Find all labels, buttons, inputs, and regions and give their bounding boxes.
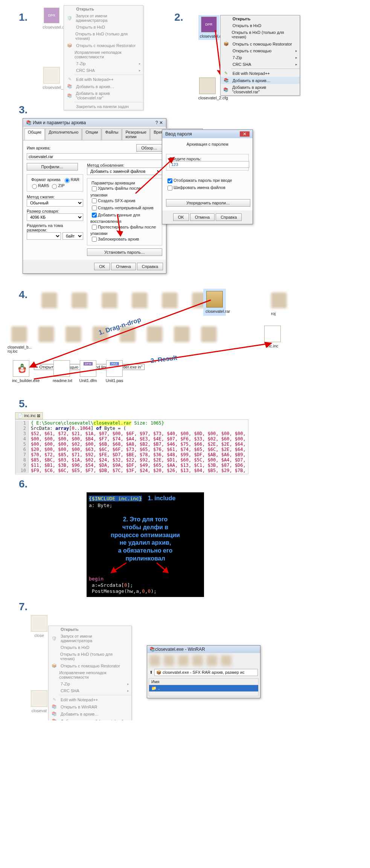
split-label: Разделить на тома размером: [27, 223, 83, 232]
pass-cancel[interactable]: Отмена [190, 213, 215, 221]
chk-show-pass[interactable]: Отображать пароль при вводе [166, 178, 232, 183]
organize-pass-button[interactable]: Упорядочить пароли… [166, 199, 250, 207]
file-close-7[interactable]: close [30, 615, 48, 638]
menu-addarchive[interactable]: 📚Добавить в архив… [64, 83, 143, 90]
m7-7zip[interactable]: 7-Zip▸ [49, 681, 131, 687]
menu-open[interactable]: Открыть [64, 6, 143, 12]
arch-ok[interactable]: OK [94, 263, 110, 270]
tab-files[interactable]: Файлы [102, 128, 122, 140]
menu2-crc[interactable]: CRC SHA▸ [221, 61, 300, 68]
help-icon[interactable]: ? ✕ [155, 120, 163, 125]
compression-label: Метод сжатия: [27, 195, 83, 199]
profiles-button[interactable]: Профили… [27, 163, 78, 171]
m7-winrar[interactable]: 📚Открыть в WinRAR [49, 703, 131, 710]
file-unit1-dfm[interactable]: DFMUnit1.dfm [79, 360, 97, 383]
m7-hxdro[interactable]: Открыть в HxD (только для чтения) [49, 651, 131, 662]
file-closevatel-2[interactable]: closevatel_ [43, 67, 61, 90]
tab-options[interactable]: Опции [82, 128, 101, 140]
menu2-npp[interactable]: ✎Edit with Notepad++ [221, 70, 300, 77]
tab-backup[interactable]: Резервные копии [122, 128, 150, 140]
compression-select[interactable]: Обычный [27, 199, 83, 207]
pass-header: Архивация с паролем [166, 142, 249, 146]
radio-zip[interactable]: ZIP [50, 183, 64, 188]
menu-7zip[interactable]: 7-Zip▸ [64, 60, 143, 67]
m7-addrar[interactable]: 📚Добавить в архив "closevatel.rar" [49, 717, 131, 720]
file-closevatel2cfg[interactable]: closevatel_2.cfg [198, 78, 216, 100]
menu2-addarchive[interactable]: 📚Добавить в архив… [221, 77, 300, 84]
arch-help[interactable]: Справка [137, 263, 163, 270]
file-closevat-7[interactable]: closevat [30, 690, 48, 713]
menu-restorator[interactable]: 📦Открыть с помощью Restorator [64, 42, 143, 49]
menu-npp[interactable]: ✎Edit with Notepad++ [64, 76, 143, 83]
archive-titlebar: 📚 Имя и параметры архива ? ✕ [23, 119, 166, 127]
step-7-label: 7. [19, 601, 362, 613]
m7-open[interactable]: Открыть [49, 626, 131, 633]
update-label: Метод обновления: [87, 163, 162, 168]
m7-crc[interactable]: CRC SHA▸ [49, 687, 131, 694]
chk-lock[interactable]: Заблокировать архив [90, 237, 139, 241]
context-menu-1: Открыть 🛡️Запуск от имени администратора… [64, 5, 143, 110]
m7-hxd[interactable]: Открыть в HxD [49, 644, 131, 651]
arch-cancel[interactable]: Отмена [111, 263, 136, 270]
code-tab[interactable]: 📄 inc.inc ⊠ [15, 412, 43, 419]
file-closevatel-rar[interactable]: closevatel.rar [203, 289, 226, 316]
file-inc-builder[interactable]: 🪆 inc_builder.exe [12, 360, 30, 383]
m7-runas[interactable]: 🛡️Запуск от имени администратора [49, 633, 131, 644]
m7-npp[interactable]: ✎Edit with Notepad++ [49, 696, 131, 703]
file-inc-inc[interactable]: inc.inc [263, 326, 282, 348]
up-icon[interactable]: ⬆ [149, 670, 153, 675]
params-legend: Параметры архивации [90, 181, 136, 185]
menu-crc[interactable]: CRC SHA▸ [64, 67, 143, 74]
menu-compat[interactable]: Исправление неполадок совместимости [64, 49, 143, 60]
step-4-label: 4. [19, 289, 27, 301]
radio-rar5[interactable]: RAR5 [30, 183, 49, 188]
menu2-addrar[interactable]: 📚Добавить в архив "closevatel.rar" [221, 84, 300, 95]
col-name[interactable]: Имя [149, 679, 258, 685]
row-up[interactable]: 📁 .. [149, 685, 258, 691]
update-select[interactable]: Добавить с заменой файлов [87, 168, 162, 175]
chk-sfx[interactable]: Создать SFX-архив [90, 198, 136, 203]
menu-runas[interactable]: 🛡️Запуск от имени администратора [64, 12, 143, 24]
menu-addrar[interactable]: 📚Добавить в архив "closevatel.rar" [64, 90, 143, 101]
close-icon[interactable]: ✕ [240, 131, 250, 137]
m7-addarch[interactable]: 📚Добавить в архив… [49, 710, 131, 717]
chk-enc-names[interactable]: Шифровать имена файлов [166, 185, 225, 190]
dict-select[interactable]: 4096 КБ [27, 213, 83, 221]
m7-restor[interactable]: 📦Открыть с помощью Restorator [49, 662, 131, 669]
file-readme[interactable]: readme.txt [53, 360, 71, 383]
archive-name-input[interactable] [27, 153, 166, 160]
tab-general[interactable]: Общие [24, 128, 45, 140]
context-menu-2: Открыть Открыть в HxD Открыть в HxD (тол… [220, 15, 300, 96]
password-dialog: Ввод пароля ✕ Архивация с паролем Введит… [162, 129, 253, 224]
pass-help[interactable]: Справка [216, 213, 242, 221]
roj-label: roj [271, 311, 276, 316]
menu2-openwith[interactable]: Открыть с помощью▸ [221, 47, 300, 54]
radio-rar[interactable]: RAR [63, 177, 79, 182]
menu2-hxdro[interactable]: Открыть в HxD (только для чтения) [221, 29, 300, 40]
chk-delete[interactable]: Удалить файлы после упаковки [90, 186, 141, 197]
chk-test[interactable]: Протестировать файлы после упаковки [90, 225, 156, 236]
dict-label: Размер словаря: [27, 209, 83, 213]
chk-solid[interactable]: Создать непрерывный архив [90, 206, 154, 210]
menu2-hxd[interactable]: Открыть в HxD [221, 22, 300, 29]
menu-hxd-ro[interactable]: Открыть в HxD (только для чтения) [64, 30, 143, 42]
browse-button[interactable]: Обзор… [136, 144, 162, 152]
m7-compat[interactable]: Исправление неполадок совместимости [49, 669, 131, 681]
menu-pin[interactable]: Закрепить на панели задач [64, 103, 143, 110]
step-5-label: 5. [19, 398, 362, 410]
format-legend: Формат архива [30, 177, 62, 182]
pass-ok[interactable]: OK [173, 213, 189, 221]
split-size[interactable] [27, 232, 61, 240]
menu2-restor[interactable]: 📦Открыть с помощью Restorator [221, 40, 300, 47]
menu2-open[interactable]: Открыть [221, 15, 300, 22]
set-password-button[interactable]: Установить пароль… [87, 248, 162, 256]
file-closevatel-dpr[interactable]: DPR closevatel.dpr [43, 8, 61, 29]
tab-advanced[interactable]: Дополнительно [45, 128, 82, 140]
file-unit1-pas[interactable]: PASUnit1.pas [105, 360, 123, 383]
password-input[interactable] [169, 161, 249, 168]
chk-recovery[interactable]: Добавить данные для восстановления [90, 213, 140, 224]
file-closevatel-dpr-2[interactable]: DPR closevatel.dpr [198, 15, 219, 40]
menu2-7zip[interactable]: 7-Zip▸ [221, 54, 300, 61]
split-unit[interactable]: байт [62, 232, 83, 240]
menu-hxd[interactable]: Открыть в HxD [64, 24, 143, 30]
